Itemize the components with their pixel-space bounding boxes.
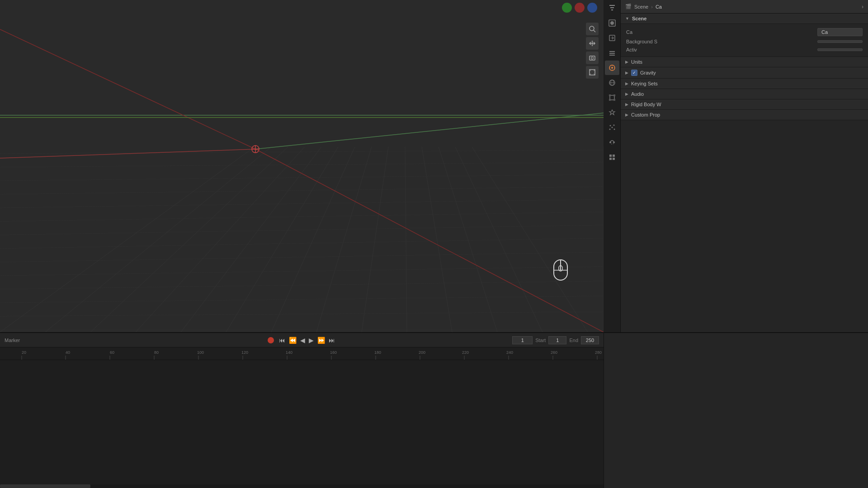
keying-sets-arrow: ▶: [625, 81, 628, 86]
scrollbar-thumb[interactable]: [0, 484, 90, 488]
timeline-tracks[interactable]: [0, 360, 604, 488]
svg-point-48: [591, 57, 594, 59]
timeline: Marker ⏮ ⏪ ◀ ▶ ⏩ ⏭ Start End: [0, 332, 604, 488]
svg-point-81: [613, 129, 615, 130]
jump-to-start-button[interactable]: ⏮: [278, 336, 287, 345]
svg-point-83: [613, 141, 615, 143]
viewport-3d[interactable]: [0, 0, 604, 332]
svg-point-79: [611, 127, 613, 128]
rigid-body-section-header[interactable]: ▶ Rigid Body W: [621, 99, 868, 109]
play-reverse-button[interactable]: ◀: [299, 336, 307, 345]
jump-to-end-button[interactable]: ⏭: [327, 336, 336, 345]
custom-prop-label: Custom Prop: [631, 112, 660, 117]
active-value[interactable]: [817, 48, 863, 51]
keying-sets-section-header[interactable]: ▶ Keying Sets: [621, 79, 868, 89]
svg-rect-86: [609, 158, 612, 160]
timeline-scrollbar[interactable]: [0, 484, 604, 488]
zoom-tool[interactable]: [586, 23, 599, 35]
breadcrumb-chevron[interactable]: ›: [862, 4, 863, 10]
ruler-lines: [0, 347, 604, 360]
svg-rect-73: [609, 94, 611, 96]
user-icon-green[interactable]: [562, 3, 572, 13]
viewport-grid: [0, 0, 604, 332]
sidebar-icon-output[interactable]: [605, 31, 619, 45]
svg-rect-87: [613, 158, 615, 160]
prev-keyframe-button[interactable]: ⏪: [288, 336, 298, 345]
marker-label: Marker: [5, 338, 20, 343]
sidebar-icon-world[interactable]: [605, 75, 619, 90]
camera-value[interactable]: Ca: [817, 28, 863, 36]
camera-label: Ca: [626, 29, 632, 35]
record-button[interactable]: [268, 337, 274, 343]
sidebar-icon-view-layer[interactable]: [605, 46, 619, 60]
user-icon-red[interactable]: [575, 3, 585, 13]
units-section-label: Units: [631, 59, 642, 65]
background-s-label: Background S: [626, 39, 657, 44]
gravity-checkbox[interactable]: ✓: [631, 70, 637, 76]
audio-section: ▶ Audio: [621, 89, 868, 99]
sidebar-icon-render[interactable]: [605, 16, 619, 30]
properties-content-area: 🎬 Scene › Ca › ▼ Scene Ca Ca Background …: [621, 0, 868, 332]
camera-view-tool[interactable]: [586, 52, 599, 64]
start-frame-input[interactable]: [548, 336, 566, 344]
rigid-body-label: Rigid Body W: [631, 102, 661, 107]
svg-point-64: [611, 67, 613, 69]
gravity-section-arrow: ▶: [625, 70, 628, 75]
custom-prop-section: ▶ Custom Prop: [621, 110, 868, 120]
timeline-ruler: 20 40 60 80 100 120 140 160 180 200 220 …: [0, 347, 604, 360]
frame-controls: Start End: [512, 336, 599, 344]
keying-sets-label: Keying Sets: [631, 81, 658, 86]
svg-point-78: [613, 125, 614, 126]
svg-point-58: [610, 21, 614, 25]
properties-header: 🎬 Scene › Ca ›: [621, 0, 868, 14]
svg-point-80: [609, 129, 610, 130]
audio-section-header[interactable]: ▶ Audio: [621, 89, 868, 99]
sidebar-icon-particles[interactable]: [605, 120, 619, 135]
svg-rect-84: [609, 155, 612, 157]
properties-panel: 🎬 Scene › Ca › ▼ Scene Ca Ca Background …: [604, 0, 868, 332]
custom-prop-arrow: ▶: [625, 113, 628, 117]
units-section-arrow: ▶: [625, 60, 628, 64]
mouse-cursor-hint: [549, 258, 572, 285]
background-s-value[interactable]: [817, 40, 863, 43]
current-frame-input[interactable]: [512, 336, 533, 344]
sidebar-icon-modifier[interactable]: [605, 105, 619, 120]
rigid-body-arrow: ▶: [625, 102, 628, 107]
pan-tool[interactable]: [586, 37, 599, 50]
gravity-section-label: Gravity: [640, 70, 656, 75]
scene-section-header[interactable]: ▼ Scene: [621, 14, 868, 24]
end-frame-input[interactable]: [581, 336, 599, 344]
active-clip-row: Activ: [626, 46, 863, 54]
scene-name: Ca: [656, 4, 662, 9]
start-frame-label: Start: [535, 338, 546, 343]
play-button[interactable]: ▶: [307, 336, 315, 345]
keying-sets-section: ▶ Keying Sets: [621, 79, 868, 89]
background-scene-row: Background S: [626, 38, 863, 46]
gravity-section: ▶ ✓ Gravity: [621, 67, 868, 79]
next-keyframe-button[interactable]: ⏩: [316, 336, 326, 345]
units-section: ▶ Units: [621, 57, 868, 67]
audio-label: Audio: [631, 91, 644, 97]
sidebar-icon-scene[interactable]: [605, 61, 619, 75]
user-icon-blue[interactable]: [587, 3, 597, 13]
custom-prop-section-header[interactable]: ▶ Custom Prop: [621, 110, 868, 120]
playback-controls: ⏮ ⏪ ◀ ▶ ⏩ ⏭: [268, 336, 336, 345]
svg-point-77: [609, 125, 611, 127]
orthographic-toggle[interactable]: [586, 66, 599, 79]
sidebar-icon-data[interactable]: [605, 150, 619, 164]
audio-arrow: ▶: [625, 92, 628, 96]
svg-rect-47: [590, 56, 595, 60]
scene-section-label: Scene: [632, 16, 646, 21]
svg-rect-55: [610, 7, 614, 8]
gravity-section-header[interactable]: ▶ ✓ Gravity: [621, 67, 868, 78]
breadcrumb-separator: ›: [651, 4, 653, 9]
units-section-header[interactable]: ▶ Units: [621, 57, 868, 67]
scene-section-arrow: ▼: [625, 16, 629, 21]
svg-rect-54: [609, 5, 615, 6]
sidebar-icon-constraints[interactable]: [605, 135, 619, 150]
svg-rect-75: [609, 99, 611, 101]
sidebar-icon-object[interactable]: [605, 90, 619, 105]
svg-rect-60: [609, 51, 615, 52]
svg-rect-85: [613, 155, 615, 157]
scene-icon: 🎬: [625, 4, 632, 9]
